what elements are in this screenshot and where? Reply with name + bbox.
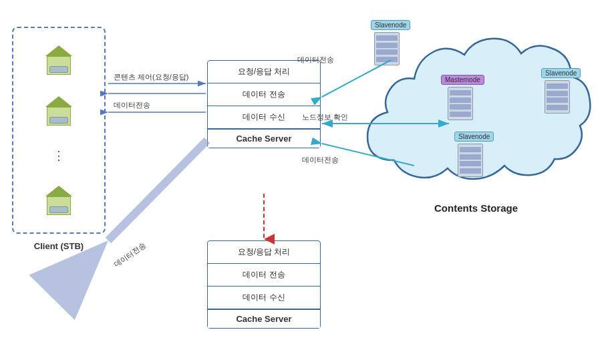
slavenode-3-group: Slavenode <box>458 144 483 177</box>
masternode-group: Masternode <box>448 87 473 120</box>
svg-line-13 <box>108 140 207 240</box>
contents-storage-cloud: Slavenode Masternode Slavenode <box>354 13 598 220</box>
slavenode-1-group: Slavenode <box>374 32 400 65</box>
slavenode-3-label: Slavenode <box>454 132 494 142</box>
masternode-icon <box>448 87 473 120</box>
diagram: ⋮ Client (STB) 요청/응답 처리 데이터 전송 데이터 수신 Ca… <box>0 0 610 364</box>
cache-server-top: 요청/응답 처리 데이터 전송 데이터 수신 Cache Server <box>207 60 321 148</box>
client-label: Client (STB) <box>13 241 104 251</box>
slavenode-2-label: Slavenode <box>541 68 581 78</box>
house-icon-2 <box>45 96 72 126</box>
cache-server-title-top: Cache Server <box>208 129 320 148</box>
slavenode-2-group: Slavenode <box>545 80 570 114</box>
dots: ⋮ <box>53 148 65 163</box>
slavenode-1-icon <box>374 32 400 65</box>
arrow-label-content-control: 콘텐츠 제어(요청/응답) <box>114 72 188 82</box>
cache-row-2: 데이터 전송 <box>208 83 320 106</box>
cache-row-b2: 데이터 전송 <box>208 264 320 287</box>
contents-storage-label: Contents Storage <box>354 202 598 214</box>
house-icon-1 <box>45 45 72 75</box>
arrow-label-node-info: 노드정보 확인 <box>302 112 348 122</box>
slavenode-3-icon <box>458 144 483 177</box>
masternode-label: Masternode <box>441 75 484 85</box>
client-stb-box: ⋮ Client (STB) <box>12 27 106 234</box>
cache-server-bottom: 요청/응답 처리 데이터 전송 데이터 수신 Cache Server <box>207 240 321 329</box>
arrow-label-data-transfer-1: 데이터전송 <box>114 100 150 110</box>
arrow-label-data-transfer-2: 데이터전송 <box>297 55 334 65</box>
arrow-label-data-transfer-bottom: 데이터전송 <box>112 240 148 270</box>
slavenode-2-icon <box>545 80 570 114</box>
cache-server-title-bottom: Cache Server <box>208 309 320 328</box>
slavenode-1-label: Slavenode <box>371 20 410 30</box>
cache-row-b1: 요청/응답 처리 <box>208 241 320 264</box>
house-icon-3 <box>45 186 72 215</box>
cache-row-b3: 데이터 수신 <box>208 287 320 309</box>
arrow-label-data-transfer-3: 데이터전송 <box>302 155 339 165</box>
